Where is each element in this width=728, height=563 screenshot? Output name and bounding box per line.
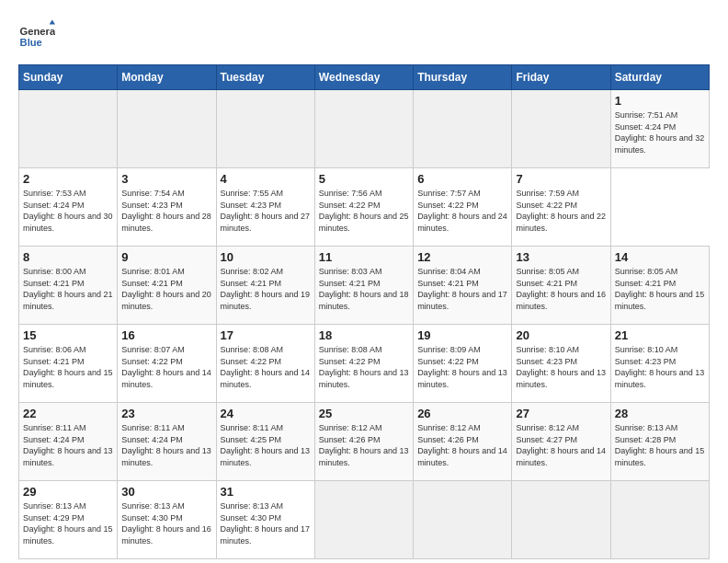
calendar-week-row: 1Sunrise: 7:51 AMSunset: 4:24 PMDaylight… <box>19 90 710 168</box>
day-info: Sunrise: 8:13 AMSunset: 4:29 PMDaylight:… <box>23 500 113 546</box>
empty-day-cell <box>314 481 413 559</box>
day-cell: 8Sunrise: 8:00 AMSunset: 4:21 PMDaylight… <box>19 247 118 325</box>
day-info: Sunrise: 8:03 AMSunset: 4:21 PMDaylight:… <box>319 266 409 312</box>
empty-day-cell <box>216 90 314 168</box>
day-cell: 14Sunrise: 8:05 AMSunset: 4:21 PMDayligh… <box>610 247 709 325</box>
day-info: Sunrise: 8:13 AMSunset: 4:30 PMDaylight:… <box>121 500 211 546</box>
day-number: 28 <box>615 407 705 420</box>
day-number: 16 <box>121 328 211 342</box>
day-cell: 31Sunrise: 8:13 AMSunset: 4:30 PMDayligh… <box>216 481 314 559</box>
day-number: 27 <box>516 407 606 420</box>
empty-day-cell <box>610 481 709 559</box>
day-number: 21 <box>615 328 705 342</box>
day-number: 31 <box>221 485 311 499</box>
day-info: Sunrise: 8:10 AMSunset: 4:23 PMDaylight:… <box>615 344 705 390</box>
day-info: Sunrise: 8:05 AMSunset: 4:21 PMDaylight:… <box>516 266 606 312</box>
day-of-week-header: Saturday <box>610 65 709 90</box>
day-number: 15 <box>23 328 113 342</box>
empty-day-cell <box>314 90 413 168</box>
day-info: Sunrise: 8:13 AMSunset: 4:30 PMDaylight:… <box>221 500 311 546</box>
day-cell: 30Sunrise: 8:13 AMSunset: 4:30 PMDayligh… <box>118 481 216 559</box>
day-info: Sunrise: 8:10 AMSunset: 4:23 PMDaylight:… <box>516 344 606 390</box>
day-cell: 26Sunrise: 8:12 AMSunset: 4:26 PMDayligh… <box>414 403 512 481</box>
day-info: Sunrise: 8:12 AMSunset: 4:26 PMDaylight:… <box>417 422 507 468</box>
day-info: Sunrise: 8:09 AMSunset: 4:22 PMDaylight:… <box>417 344 507 390</box>
day-cell: 18Sunrise: 8:08 AMSunset: 4:22 PMDayligh… <box>314 325 413 403</box>
day-number: 1 <box>615 94 705 108</box>
day-cell: 22Sunrise: 8:11 AMSunset: 4:24 PMDayligh… <box>19 403 118 481</box>
day-info: Sunrise: 7:59 AMSunset: 4:22 PMDaylight:… <box>516 188 606 234</box>
day-cell: 10Sunrise: 8:02 AMSunset: 4:21 PMDayligh… <box>216 247 314 325</box>
day-cell: 15Sunrise: 8:06 AMSunset: 4:21 PMDayligh… <box>19 325 118 403</box>
day-number: 14 <box>615 250 705 264</box>
day-cell: 11Sunrise: 8:03 AMSunset: 4:21 PMDayligh… <box>314 247 413 325</box>
day-of-week-header: Friday <box>512 65 610 90</box>
day-of-week-header: Sunday <box>19 65 118 90</box>
day-number: 8 <box>23 250 113 264</box>
day-cell: 24Sunrise: 8:11 AMSunset: 4:25 PMDayligh… <box>216 403 314 481</box>
empty-day-cell <box>414 90 512 168</box>
day-of-week-header: Tuesday <box>216 65 314 90</box>
empty-day-cell <box>512 481 610 559</box>
empty-day-cell <box>414 481 512 559</box>
day-info: Sunrise: 7:57 AMSunset: 4:22 PMDaylight:… <box>417 188 507 234</box>
day-number: 4 <box>221 172 311 186</box>
calendar-header-row: SundayMondayTuesdayWednesdayThursdayFrid… <box>19 65 710 90</box>
day-number: 29 <box>23 485 113 499</box>
day-number: 10 <box>221 250 311 264</box>
day-info: Sunrise: 7:53 AMSunset: 4:24 PMDaylight:… <box>23 188 113 234</box>
day-number: 3 <box>121 172 211 186</box>
day-number: 11 <box>319 250 409 264</box>
empty-day-cell <box>118 90 216 168</box>
day-info: Sunrise: 8:07 AMSunset: 4:22 PMDaylight:… <box>121 344 211 390</box>
day-of-week-header: Monday <box>118 65 216 90</box>
day-cell: 9Sunrise: 8:01 AMSunset: 4:21 PMDaylight… <box>118 247 216 325</box>
day-cell: 28Sunrise: 8:13 AMSunset: 4:28 PMDayligh… <box>610 403 709 481</box>
day-cell: 21Sunrise: 8:10 AMSunset: 4:23 PMDayligh… <box>610 325 709 403</box>
day-cell: 25Sunrise: 8:12 AMSunset: 4:26 PMDayligh… <box>314 403 413 481</box>
empty-day-cell <box>512 90 610 168</box>
page-header: General Blue <box>18 18 710 55</box>
day-cell: 16Sunrise: 8:07 AMSunset: 4:22 PMDayligh… <box>118 325 216 403</box>
day-cell: 3Sunrise: 7:54 AMSunset: 4:23 PMDaylight… <box>118 168 216 247</box>
day-cell: 5Sunrise: 7:56 AMSunset: 4:22 PMDaylight… <box>314 168 413 247</box>
day-number: 22 <box>23 407 113 420</box>
day-info: Sunrise: 8:04 AMSunset: 4:21 PMDaylight:… <box>417 266 507 312</box>
day-info: Sunrise: 8:00 AMSunset: 4:21 PMDaylight:… <box>23 266 113 312</box>
day-cell: 1Sunrise: 7:51 AMSunset: 4:24 PMDaylight… <box>610 90 709 168</box>
day-info: Sunrise: 7:54 AMSunset: 4:23 PMDaylight:… <box>121 188 211 234</box>
calendar-week-row: 22Sunrise: 8:11 AMSunset: 4:24 PMDayligh… <box>19 403 710 481</box>
day-info: Sunrise: 8:11 AMSunset: 4:24 PMDaylight:… <box>121 422 211 468</box>
day-cell: 2Sunrise: 7:53 AMSunset: 4:24 PMDaylight… <box>19 168 118 247</box>
svg-marker-2 <box>50 20 55 25</box>
svg-text:Blue: Blue <box>20 37 42 48</box>
day-number: 6 <box>417 172 507 186</box>
day-info: Sunrise: 8:11 AMSunset: 4:24 PMDaylight:… <box>23 422 113 468</box>
day-number: 19 <box>417 328 507 342</box>
day-info: Sunrise: 7:55 AMSunset: 4:23 PMDaylight:… <box>221 188 311 234</box>
day-cell: 19Sunrise: 8:09 AMSunset: 4:22 PMDayligh… <box>414 325 512 403</box>
day-number: 5 <box>319 172 409 186</box>
day-info: Sunrise: 7:56 AMSunset: 4:22 PMDaylight:… <box>319 188 409 234</box>
day-number: 30 <box>121 485 211 499</box>
day-cell: 7Sunrise: 7:59 AMSunset: 4:22 PMDaylight… <box>512 168 610 247</box>
day-number: 24 <box>221 407 311 420</box>
day-number: 25 <box>319 407 409 420</box>
calendar-week-row: 8Sunrise: 8:00 AMSunset: 4:21 PMDaylight… <box>19 247 710 325</box>
day-info: Sunrise: 8:11 AMSunset: 4:25 PMDaylight:… <box>221 422 311 468</box>
day-cell: 6Sunrise: 7:57 AMSunset: 4:22 PMDaylight… <box>414 168 512 247</box>
svg-text:General: General <box>20 26 55 37</box>
calendar-week-row: 15Sunrise: 8:06 AMSunset: 4:21 PMDayligh… <box>19 325 710 403</box>
day-info: Sunrise: 8:12 AMSunset: 4:27 PMDaylight:… <box>516 422 606 468</box>
day-cell: 20Sunrise: 8:10 AMSunset: 4:23 PMDayligh… <box>512 325 610 403</box>
day-number: 20 <box>516 328 606 342</box>
calendar-week-row: 2Sunrise: 7:53 AMSunset: 4:24 PMDaylight… <box>19 168 710 247</box>
day-cell: 23Sunrise: 8:11 AMSunset: 4:24 PMDayligh… <box>118 403 216 481</box>
day-number: 17 <box>221 328 311 342</box>
calendar-table: SundayMondayTuesdayWednesdayThursdayFrid… <box>18 64 710 559</box>
day-info: Sunrise: 8:02 AMSunset: 4:21 PMDaylight:… <box>221 266 311 312</box>
day-number: 13 <box>516 250 606 264</box>
day-info: Sunrise: 8:08 AMSunset: 4:22 PMDaylight:… <box>319 344 409 390</box>
day-cell: 13Sunrise: 8:05 AMSunset: 4:21 PMDayligh… <box>512 247 610 325</box>
day-info: Sunrise: 8:01 AMSunset: 4:21 PMDaylight:… <box>121 266 211 312</box>
